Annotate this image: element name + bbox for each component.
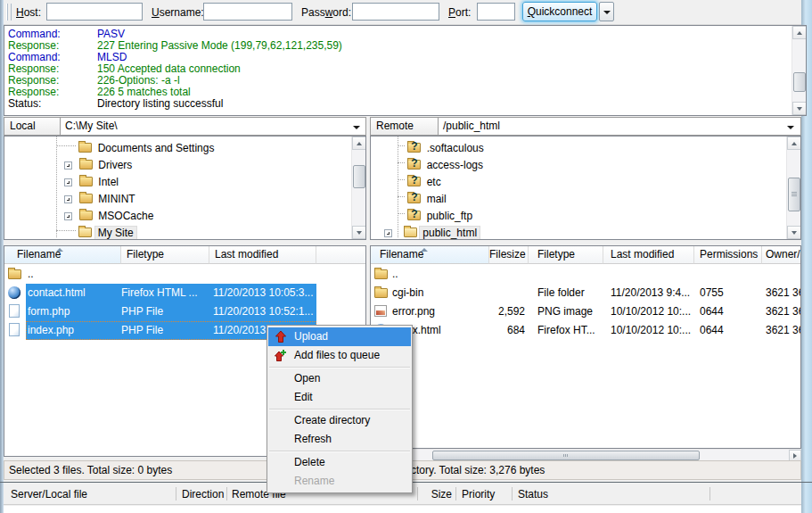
local-site-label: Local site: [4,117,61,136]
local-tree-item-intel[interactable]: Intel [79,174,121,191]
remote-tree: ? .softaculous ? access-logs ? etc ? mai… [370,136,801,240]
folder-icon [79,160,93,170]
context-menu: Upload Add files to queue Open Edit Crea… [267,325,413,493]
message-log: Command:PASV Response:227 Entering Passi… [4,25,807,116]
tree-line [398,162,405,163]
expand-plus-icon[interactable] [64,178,72,186]
scroll-down-button[interactable] [792,102,807,115]
column-header-last-modified[interactable]: Last modified [209,246,316,264]
remote-tree-item-public-html[interactable]: public_html [404,225,480,240]
sort-ascending-icon [421,248,428,252]
column-header-permissions[interactable]: Permissions [694,246,762,264]
toolbar-grip[interactable] [6,4,12,21]
port-input[interactable] [477,3,515,21]
expand-plus-icon[interactable] [384,229,392,237]
remote-row-index-html[interactable]: index.html 684 Firefox HT... 10/10/2012 … [371,321,800,340]
remote-row-cgi-bin[interactable]: cgi-bin File folder 11/20/2013 9:4... 07… [371,284,800,302]
host-label: Host: [16,6,41,19]
menu-item-refresh[interactable]: Refresh [267,430,412,449]
local-tree-item-minint[interactable]: MININT [79,191,138,208]
scrollbar-thumb[interactable] [788,178,800,211]
remote-row-updir[interactable]: .. [371,265,800,284]
folder-icon [79,177,93,186]
menu-item-add-files-to-queue[interactable]: Add files to queue [267,346,412,365]
menu-separator [269,409,410,410]
scroll-up-button[interactable] [787,137,801,150]
sort-ascending-icon [56,248,63,252]
column-header-filename[interactable]: Filename [371,246,489,264]
local-tree-item-my-site[interactable]: My Site [56,225,136,240]
arrow-up-icon [791,142,797,145]
menu-separator [269,451,410,451]
arrow-right-icon [793,453,797,459]
remote-site-combobox[interactable]: /public_html [439,117,801,136]
menu-item-rename: Rename [267,472,412,491]
menu-item-delete[interactable]: Delete [267,453,412,472]
queue-column-status[interactable]: Status [518,488,548,501]
remote-status-bar: d 1 directory. Total size: 3,276 bytes [370,460,801,480]
remote-tree-item-access-logs[interactable]: ? access-logs [398,157,486,174]
tree-line [398,145,405,146]
remote-tree-item-etc[interactable]: ? etc [398,174,444,191]
menu-item-create-directory[interactable]: Create directory [267,411,412,430]
folder-icon [374,269,388,279]
column-header-filesize[interactable]: Filesize [489,246,529,264]
column-separator [226,487,227,501]
local-tree-vertical-scrollbar[interactable] [351,137,365,239]
arrow-up-icon [357,142,362,145]
local-tree-item-documents-and-settings[interactable]: Documents and Settings [56,140,217,157]
scrollbar-thumb[interactable] [432,451,700,460]
column-header-last-modified[interactable]: Last modified [603,246,694,264]
username-input[interactable] [203,3,292,21]
local-row-contact-html[interactable]: contact.html Firefox HTML ... 11/20/2013… [4,284,365,302]
chevron-down-icon [787,126,794,129]
scrollbar-thumb[interactable] [793,72,806,92]
scrollbar-thumb[interactable] [353,165,365,188]
arrow-down-icon [357,231,362,235]
column-header-filetype[interactable]: Filetype [529,246,603,264]
menu-item-upload[interactable]: Upload [268,327,411,346]
host-input[interactable] [46,3,143,21]
scroll-up-button[interactable] [792,26,807,39]
local-tree-item-drivers[interactable]: Drivers [79,157,135,174]
menu-item-edit[interactable]: Edit [267,388,412,407]
remote-horizontal-scrollbar[interactable] [370,449,801,460]
password-input[interactable] [352,3,439,21]
remote-tree-item-mail[interactable]: ? mail [398,191,449,208]
remote-tree-vertical-scrollbar[interactable] [786,137,800,239]
scroll-up-button[interactable] [352,137,366,150]
image-file-icon [374,305,387,317]
local-tree-item-msocache[interactable]: MSOCache [79,208,156,225]
expand-plus-icon[interactable] [64,161,72,170]
remote-row-error-png[interactable]: error.png 2,592 PNG image 10/10/2012 10:… [371,302,800,321]
local-site-combobox[interactable]: C:\My Site\ [61,117,366,136]
quickconnect-dropdown-button[interactable] [599,2,614,21]
quickconnect-bar: Host: Username: Password: Port: Quickcon… [4,0,801,25]
queue-column-server-local-file[interactable]: Server/Local file [11,488,87,501]
folder-icon [78,228,92,237]
log-vertical-scrollbar[interactable] [791,26,806,115]
remote-tree-item-softaculous[interactable]: ? .softaculous [398,140,487,157]
expand-plus-icon[interactable] [64,195,72,203]
queue-column-priority[interactable]: Priority [462,488,495,501]
local-row-updir[interactable]: .. [4,265,365,284]
quickconnect-button[interactable]: Quickconnect [522,2,597,21]
column-header-blank [316,246,366,264]
menu-item-open[interactable]: Open [267,369,412,388]
expand-plus-icon[interactable] [64,212,72,220]
remote-tree-item-public-ftp[interactable]: ? public_ftp [398,208,475,225]
queue-column-size[interactable]: Size [422,488,452,501]
password-label: Password: [301,6,351,19]
column-header-filetype[interactable]: Filetype [121,246,209,264]
scroll-down-button[interactable] [352,226,366,239]
tree-line [398,196,405,197]
log-line: Status:Directory listing successful [4,98,806,110]
column-header-filename[interactable]: Filename [4,246,121,264]
local-row-form-php[interactable]: form.php PHP File 11/20/2013 10:52:1... [4,302,365,321]
queue-column-direction[interactable]: Direction [182,488,224,501]
column-header-owner[interactable]: Owner/ [762,246,801,264]
question-folder-icon: ? [407,143,421,153]
folder-icon [79,194,93,203]
scroll-down-button[interactable] [787,226,801,239]
question-folder-icon: ? [407,194,421,203]
